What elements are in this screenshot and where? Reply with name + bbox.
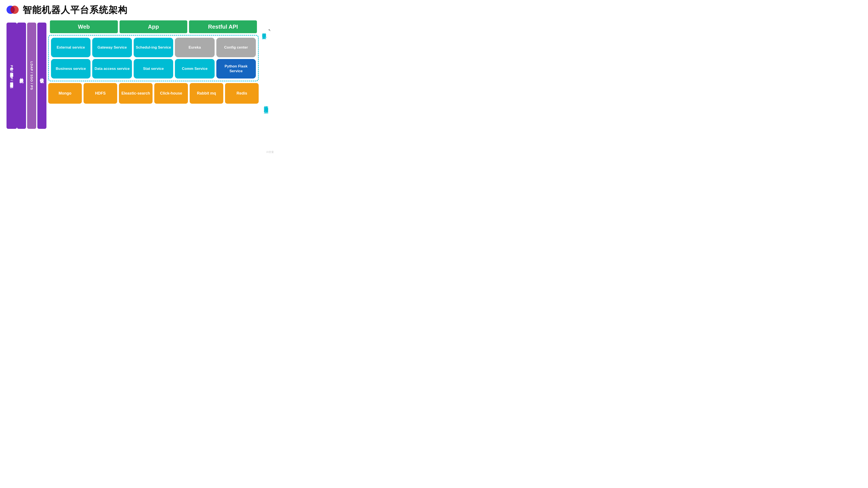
service-external: External service <box>51 38 91 57</box>
header: 智能机器人平台系统架构 <box>0 0 278 18</box>
left-middle-label: LDAP / SSO / PS <box>27 23 36 129</box>
service-comm: Comm Service <box>175 59 214 78</box>
service-python-flask: Python Flask Service <box>216 59 256 78</box>
header-web: Web <box>50 21 118 33</box>
logo-circle-red <box>10 6 19 14</box>
service-data-access: Data access service <box>92 59 132 78</box>
card-elasticsearch: Eleastic-search <box>119 83 153 104</box>
left-labels: 各种PC端对接/各种APP端对接/报表对接/... 外接系统 LDAP / SS… <box>6 23 46 129</box>
service-stat: Stat service <box>134 59 173 78</box>
service-scheduling: Schedul-ing Service <box>134 38 173 57</box>
right-labels: ↙ 微服务层 算法预测模型 <box>261 23 271 129</box>
watermark: AI变量 <box>266 150 274 154</box>
logo <box>6 4 19 16</box>
header-restful: Restful API <box>189 21 257 33</box>
services-row-2: Business service Data access service Sta… <box>51 59 256 78</box>
bottom-row: Mongo HDFS Eleastic-search Click-house R… <box>48 83 259 104</box>
card-mongo: Mongo <box>48 83 82 104</box>
left-inner-label: 外接认证 <box>37 23 46 129</box>
header-app: App <box>120 21 187 33</box>
diagram: Web App Restful API External service Gat… <box>48 21 259 104</box>
card-redis: Redis <box>225 83 259 104</box>
card-rabbitmq: Rabbit mq <box>190 83 223 104</box>
left-leftmost-label: 外接系统 <box>17 23 26 129</box>
services-row-1: External service Gateway Service Schedul… <box>51 38 256 57</box>
main-content: 各种PC端对接/各种APP端对接/报表对接/... 外接系统 LDAP / SS… <box>0 18 278 155</box>
service-business: Business service <box>51 59 91 78</box>
service-eureka: Eureka <box>175 38 214 57</box>
service-gateway: Gateway Service <box>92 38 132 57</box>
left-outer-label: 各种PC端对接/各种APP端对接/报表对接/... <box>6 23 17 129</box>
card-hdfs: HDFS <box>84 83 117 104</box>
service-config: Config center <box>216 38 256 57</box>
page-title: 智能机器人平台系统架构 <box>23 4 128 16</box>
top-header-row: Web App Restful API <box>50 21 257 33</box>
services-area: External service Gateway Service Schedul… <box>48 35 259 82</box>
card-clickhouse: Click-house <box>154 83 188 104</box>
right-microservice: ↙ 微服务层 <box>261 23 271 78</box>
right-algorithm: 算法预测模型 <box>261 80 271 129</box>
